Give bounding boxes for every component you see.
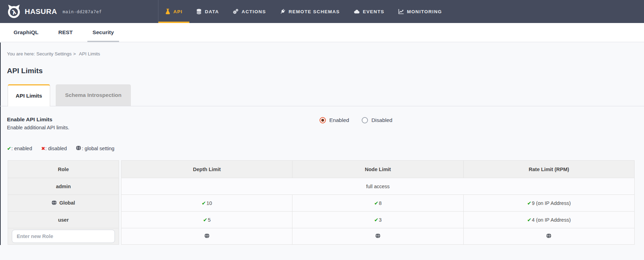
nav-item-actions[interactable]: ACTIONS: [226, 0, 273, 23]
user-rate-cell: ✔4 (on IP Address): [463, 212, 634, 228]
user-node-cell: ✔3: [292, 212, 463, 228]
api-limits-table: Role admin Global user: [8, 160, 635, 245]
new-role-node-cell: [292, 228, 463, 245]
table-row: [8, 228, 119, 245]
role-cell-user: user: [8, 212, 119, 228]
globe-icon: [546, 233, 551, 239]
enable-api-limits-heading: Enable API Limits: [7, 116, 52, 123]
role-column-table: Role admin Global user: [8, 160, 119, 245]
global-node-cell: ✔8: [292, 195, 463, 212]
check-icon: ✔: [527, 200, 532, 206]
globe-icon: [375, 233, 380, 239]
radio-disabled[interactable]: Disabled: [362, 117, 392, 123]
depth-limit-header: Depth Limit: [121, 161, 292, 178]
nav-item-label: REMOTE SCHEMAS: [289, 9, 340, 14]
nav-item-data[interactable]: DATA: [189, 0, 226, 23]
globe-icon: [204, 233, 210, 239]
nav-item-label: ACTIONS: [242, 9, 266, 14]
nav-item-monitoring[interactable]: MONITORING: [391, 0, 449, 23]
nav-item-remote-schemas[interactable]: REMOTE SCHEMAS: [273, 0, 347, 23]
check-icon: ✔: [202, 200, 206, 206]
subnav-tab-security[interactable]: Security: [87, 23, 119, 42]
check-icon: ✔: [203, 217, 207, 223]
table-row: user: [8, 212, 119, 228]
breadcrumb-separator: >: [73, 51, 76, 56]
plug-icon: [280, 9, 285, 14]
new-role-cell: [8, 228, 119, 245]
nav-item-events[interactable]: EVENTS: [347, 0, 391, 23]
breadcrumb-security-settings[interactable]: Security Settings: [37, 51, 72, 56]
check-icon: ✔: [7, 145, 11, 152]
navbar-menu: API DATA: [158, 0, 449, 23]
radio-disabled-circle[interactable]: [362, 117, 368, 123]
x-icon: ✖: [41, 146, 45, 151]
admin-full-access-cell: full access: [121, 178, 635, 195]
nav-item-label: EVENTS: [363, 9, 384, 14]
role-cell-admin: admin: [8, 178, 119, 195]
table-header-row: Depth Limit Node Limit Rate Limit (RPM): [121, 161, 635, 178]
flask-icon: [165, 9, 170, 14]
table-row-new-role: [121, 228, 635, 245]
breadcrumb: You are here:Security Settings>API Limit…: [7, 51, 100, 56]
breadcrumb-api-limits[interactable]: API Limits: [79, 51, 100, 56]
hasura-logo[interactable]: λ: [6, 4, 22, 19]
radio-enabled-label: Enabled: [329, 117, 349, 123]
check-icon: ✔: [374, 217, 379, 223]
cloud-icon: [354, 9, 360, 14]
radio-enabled[interactable]: Enabled: [320, 117, 349, 123]
rate-limit-header: Rate Limit (RPM): [463, 161, 634, 178]
legend-global: : global setting: [76, 145, 115, 152]
role-header: Role: [8, 161, 119, 178]
table-header-row: Role: [8, 161, 119, 178]
nav-item-label: DATA: [205, 9, 219, 14]
api-subnav: GraphiQL REST Security: [0, 23, 644, 42]
table-row-global: ✔10 ✔8 ✔9 (on IP Address): [121, 195, 635, 212]
globe-icon: [52, 200, 57, 206]
subnav-tab-rest[interactable]: REST: [53, 23, 78, 42]
server-version-label: main-dd287a7ef: [63, 9, 102, 14]
nav-item-api[interactable]: API: [158, 0, 189, 23]
svg-text:λ: λ: [11, 8, 17, 16]
legend: ✔ : enabled ✖ : disabled : global settin…: [7, 145, 115, 152]
top-navbar: λ HASURA main-dd287a7ef API: [0, 0, 644, 23]
brand-name: HASURA: [25, 7, 57, 16]
table-row-user: ✔5 ✔3 ✔4 (on IP Address): [121, 212, 635, 228]
new-role-depth-cell: [121, 228, 292, 245]
limits-values-table: Depth Limit Node Limit Rate Limit (RPM) …: [121, 160, 635, 245]
tab-api-limits[interactable]: API Limits: [8, 84, 50, 106]
radio-disabled-label: Disabled: [371, 117, 392, 123]
node-limit-header: Node Limit: [292, 161, 463, 178]
nav-item-label: API: [173, 9, 182, 14]
check-icon: ✔: [527, 217, 532, 223]
gears-icon: [233, 9, 238, 14]
breadcrumb-prefix: You are here:: [7, 51, 35, 56]
table-row: Global: [8, 195, 119, 212]
subnav-tab-graphiql[interactable]: GraphiQL: [8, 23, 44, 42]
user-depth-cell: ✔5: [121, 212, 292, 228]
enable-radio-group: Enabled Disabled: [320, 117, 392, 123]
brand-area: λ HASURA main-dd287a7ef: [0, 0, 158, 23]
nav-item-label: MONITORING: [407, 9, 442, 14]
global-depth-cell: ✔10: [121, 195, 292, 212]
content-tab-bar: API Limits Schema Introspection: [0, 85, 644, 106]
role-cell-global: Global: [8, 195, 119, 212]
global-rate-cell: ✔9 (on IP Address): [463, 195, 634, 212]
globe-icon: [76, 145, 81, 152]
radio-enabled-circle[interactable]: [320, 117, 326, 123]
check-icon: ✔: [374, 200, 379, 206]
table-row: admin: [8, 178, 119, 195]
new-role-input[interactable]: [12, 230, 115, 243]
table-row-admin: full access: [121, 178, 635, 195]
page-title: API Limits: [7, 67, 43, 75]
database-icon: [196, 9, 202, 14]
new-role-rate-cell: [463, 228, 634, 245]
legend-disabled: ✖ : disabled: [41, 146, 67, 151]
legend-enabled: ✔ : enabled: [7, 145, 32, 152]
hasura-mascot-icon: λ: [6, 4, 22, 19]
enable-api-limits-description: Enable additional API limits.: [7, 125, 69, 130]
radio-enabled-dot: [321, 119, 324, 122]
content-left-rail: [0, 43, 1, 245]
tab-schema-introspection[interactable]: Schema Introspection: [56, 84, 131, 106]
chart-line-icon: [398, 9, 404, 14]
